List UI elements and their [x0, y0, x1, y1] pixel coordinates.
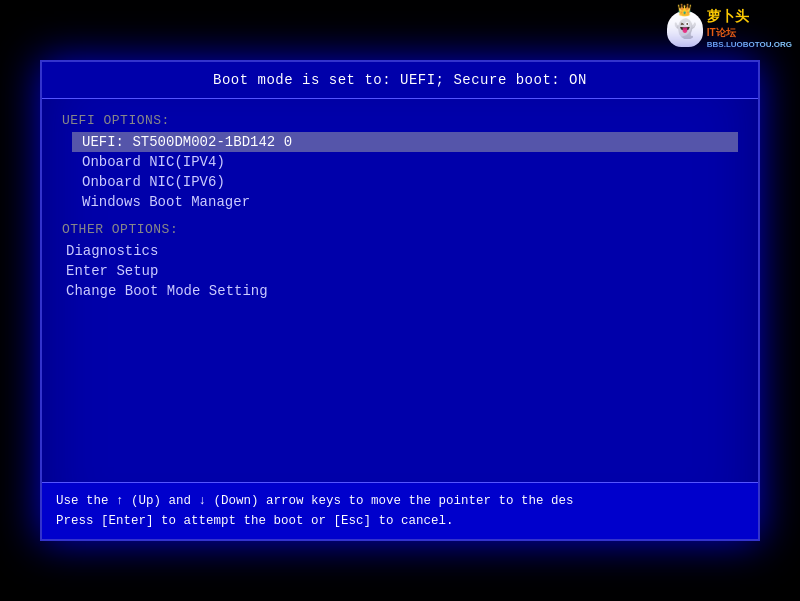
- uefi-boot-item-3-label: Windows Boot Manager: [82, 194, 250, 210]
- watermark-text: 萝卜头 IT论坛 BBS.LUOBOTOU.ORG: [707, 8, 792, 49]
- watermark-site-url: BBS.LUOBOTOU.ORG: [707, 40, 792, 49]
- uefi-boot-item-1-label: Onboard NIC(IPV4): [82, 154, 225, 170]
- watermark: 👑 👻 萝卜头 IT论坛 BBS.LUOBOTOU.ORG: [667, 8, 792, 49]
- ghost-icon: 👻: [674, 18, 696, 40]
- footer-line2: Press [Enter] to attempt the boot or [Es…: [56, 511, 744, 531]
- dark-edge-right: [760, 0, 800, 601]
- watermark-site-name: 萝卜头: [707, 8, 792, 26]
- other-item-1[interactable]: Enter Setup: [62, 261, 738, 281]
- dark-edge-bottom: [0, 541, 800, 601]
- other-section-label: OTHER OPTIONS:: [62, 222, 738, 237]
- bios-footer: Use the ↑ (Up) and ↓ (Down) arrow keys t…: [42, 482, 758, 539]
- boot-status-text: Boot mode is set to: UEFI; Secure boot: …: [213, 72, 587, 88]
- uefi-boot-item-0-label: UEFI: ST500DM002-1BD142 0: [82, 134, 292, 150]
- watermark-ghost-icon: 👑 👻: [667, 11, 703, 47]
- other-item-0[interactable]: Diagnostics: [62, 241, 738, 261]
- dark-edge-left: [0, 0, 40, 601]
- uefi-section-label: UEFI OPTIONS:: [62, 113, 738, 128]
- uefi-boot-item-1[interactable]: Onboard NIC(IPV4): [72, 152, 738, 172]
- other-item-1-label: Enter Setup: [66, 263, 158, 279]
- watermark-forum-label: IT论坛: [707, 26, 792, 40]
- other-item-2[interactable]: Change Boot Mode Setting: [62, 281, 738, 301]
- bios-header: Boot mode is set to: UEFI; Secure boot: …: [42, 62, 758, 99]
- footer-line1: Use the ↑ (Up) and ↓ (Down) arrow keys t…: [56, 491, 744, 511]
- other-item-2-label: Change Boot Mode Setting: [66, 283, 268, 299]
- bios-screen: Boot mode is set to: UEFI; Secure boot: …: [40, 60, 760, 541]
- uefi-boot-item-3[interactable]: Windows Boot Manager: [72, 192, 738, 212]
- uefi-boot-item-2-label: Onboard NIC(IPV6): [82, 174, 225, 190]
- bios-main-content: UEFI OPTIONS: UEFI: ST500DM002-1BD142 0 …: [42, 99, 758, 315]
- uefi-boot-item-0[interactable]: UEFI: ST500DM002-1BD142 0: [72, 132, 738, 152]
- crown-icon: 👑: [677, 3, 692, 18]
- other-item-0-label: Diagnostics: [66, 243, 158, 259]
- uefi-boot-item-2[interactable]: Onboard NIC(IPV6): [72, 172, 738, 192]
